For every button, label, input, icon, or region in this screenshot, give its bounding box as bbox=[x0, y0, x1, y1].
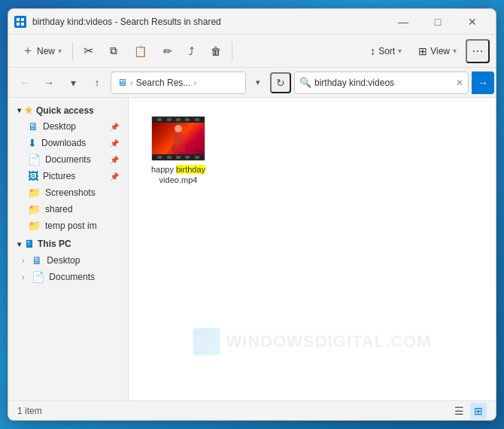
file-area: WINDOWSDIGITAL.COM bbox=[129, 98, 496, 400]
filename-prefix: happy bbox=[151, 165, 176, 174]
copy-icon: ⧉ bbox=[110, 44, 117, 57]
shared-icon: 📁 bbox=[28, 203, 41, 215]
documents-icon: 📄 bbox=[28, 154, 41, 166]
svg-point-4 bbox=[175, 125, 182, 132]
copy-button[interactable]: ⧉ bbox=[102, 39, 125, 63]
path-dropdown-button[interactable]: ▾ bbox=[249, 72, 267, 93]
temppost-icon: 📁 bbox=[28, 220, 41, 232]
grid-view-button[interactable]: ⊞ bbox=[470, 403, 487, 419]
sidebar-thispc-desktop[interactable]: › 🖥 Desktop bbox=[11, 252, 125, 269]
search-box: 🔍 ✕ bbox=[294, 72, 469, 94]
search-icon: 🔍 bbox=[299, 77, 311, 88]
paste-button[interactable]: 📋 bbox=[126, 39, 154, 63]
title-bar: birthday kind:videos - Search Results in… bbox=[8, 9, 496, 35]
desktop-label: Desktop bbox=[43, 121, 76, 132]
screenshots-icon: 📁 bbox=[28, 187, 41, 199]
minimize-button[interactable]: — bbox=[386, 9, 421, 35]
file-thumbnail bbox=[151, 116, 205, 161]
status-bar: 1 item ☰ ⊞ bbox=[8, 400, 496, 420]
maximize-button[interactable]: □ bbox=[421, 9, 455, 35]
downloads-pin-icon: 📌 bbox=[110, 139, 119, 148]
window-icon bbox=[14, 16, 26, 28]
sort-button[interactable]: ↕ Sort ▾ bbox=[363, 39, 409, 63]
sidebar-item-downloads[interactable]: ⬇ Downloads 📌 bbox=[11, 135, 125, 151]
more-button[interactable]: ··· bbox=[466, 39, 490, 63]
svg-rect-1 bbox=[21, 18, 24, 21]
refresh-button[interactable]: ↻ bbox=[270, 72, 291, 93]
sidebar-item-pictures[interactable]: 🖼 Pictures 📌 bbox=[11, 168, 125, 184]
view-button[interactable]: ⊞ View ▾ bbox=[411, 39, 464, 63]
documents-label: Documents bbox=[45, 154, 91, 165]
sidebar-item-screenshots[interactable]: 📁 Screenshots bbox=[11, 184, 125, 201]
view-label: View bbox=[430, 46, 450, 56]
sort-icon: ↕ bbox=[370, 45, 375, 57]
watermark-logo: WINDOWSDIGITAL.COM bbox=[193, 328, 432, 355]
sidebar-item-documents[interactable]: 📄 Documents 📌 bbox=[11, 151, 125, 168]
film-strip-bottom bbox=[152, 154, 205, 160]
sidebar-item-shared[interactable]: 📁 shared bbox=[11, 201, 125, 218]
thispc-chevron-icon: ▾ bbox=[17, 240, 21, 248]
paste-icon: 📋 bbox=[134, 45, 147, 57]
sidebar-thispc-documents[interactable]: › 📄 Documents bbox=[11, 269, 125, 285]
cut-button[interactable]: ✂ bbox=[76, 39, 101, 63]
sidebar-section-thispc: ▾ 🖥 This PC › 🖥 Desktop › 📄 Documents bbox=[8, 236, 128, 285]
list-view-icon: ☰ bbox=[454, 405, 464, 417]
svg-rect-6 bbox=[172, 145, 177, 152]
svg-rect-0 bbox=[17, 18, 20, 21]
thispc-docs-label: Documents bbox=[49, 272, 95, 282]
svg-rect-5 bbox=[173, 132, 184, 145]
grid-view-icon: ⊞ bbox=[474, 405, 483, 417]
new-button[interactable]: ＋ New ▾ bbox=[14, 39, 69, 63]
temppost-label: temp post im bbox=[45, 221, 97, 231]
quickaccess-chevron-icon: ▾ bbox=[17, 106, 21, 114]
shared-label: shared bbox=[45, 204, 73, 214]
sort-chevron-icon: ▾ bbox=[398, 47, 402, 55]
svg-rect-3 bbox=[21, 23, 24, 26]
recent-button[interactable]: ▾ bbox=[62, 72, 83, 93]
path-chevron-right: › bbox=[193, 78, 196, 87]
share-button[interactable]: ⤴ bbox=[181, 39, 202, 63]
sidebar-section-quickaccess: ▾ ★ Quick access 🖥 Desktop 📌 ⬇ Downloads… bbox=[8, 102, 128, 234]
rename-icon: ✏ bbox=[163, 45, 172, 57]
watermark-logo-icon bbox=[193, 328, 220, 355]
delete-button[interactable]: 🗑 bbox=[203, 39, 229, 63]
cut-icon: ✂ bbox=[83, 44, 93, 58]
sidebar-quickaccess-header[interactable]: ▾ ★ Quick access bbox=[11, 102, 125, 118]
up-button[interactable]: ↑ bbox=[87, 72, 108, 93]
documents-pin-icon: 📌 bbox=[110, 156, 119, 164]
sidebar-item-desktop[interactable]: 🖥 Desktop 📌 bbox=[11, 118, 125, 135]
sidebar-item-temppost[interactable]: 📁 temp post im bbox=[11, 218, 125, 234]
search-clear-button[interactable]: ✕ bbox=[456, 78, 463, 88]
view-icon: ⊞ bbox=[418, 45, 427, 57]
rename-button[interactable]: ✏ bbox=[156, 39, 180, 63]
path-label: Search Res... bbox=[136, 78, 191, 88]
back-button[interactable]: ← bbox=[14, 72, 35, 93]
search-input[interactable] bbox=[314, 78, 453, 88]
sidebar: ▾ ★ Quick access 🖥 Desktop 📌 ⬇ Downloads… bbox=[8, 98, 129, 400]
pictures-icon: 🖼 bbox=[28, 170, 38, 182]
thispc-expand-icon: › bbox=[22, 257, 24, 265]
separator-1 bbox=[72, 42, 73, 60]
search-go-button[interactable]: → bbox=[472, 72, 494, 94]
thispc-docs-icon: 📄 bbox=[32, 271, 44, 283]
main-content: ▾ ★ Quick access 🖥 Desktop 📌 ⬇ Downloads… bbox=[8, 98, 496, 400]
close-button[interactable]: ✕ bbox=[455, 9, 490, 35]
path-icon: 🖥 bbox=[117, 77, 127, 88]
forward-button[interactable]: → bbox=[38, 72, 59, 93]
address-path[interactable]: 🖥 › Search Res... › bbox=[111, 72, 246, 94]
file-item[interactable]: happy birthday video.mp4 bbox=[141, 110, 216, 192]
status-view-icons: ☰ ⊞ bbox=[451, 403, 487, 419]
downloads-icon: ⬇ bbox=[28, 137, 37, 149]
sidebar-thispc-header[interactable]: ▾ 🖥 This PC bbox=[11, 236, 125, 252]
view-chevron-icon: ▾ bbox=[453, 47, 457, 55]
thispc-desktop-icon: 🖥 bbox=[32, 254, 42, 266]
desktop-pin-icon: 📌 bbox=[110, 123, 119, 131]
list-view-button[interactable]: ☰ bbox=[451, 403, 467, 419]
sort-label: Sort bbox=[378, 46, 395, 56]
film-figure-svg bbox=[167, 124, 190, 153]
screenshots-label: Screenshots bbox=[45, 187, 96, 198]
path-chevron-left: › bbox=[130, 78, 133, 87]
thispc-docs-expand-icon: › bbox=[22, 273, 24, 281]
new-label: New bbox=[37, 46, 55, 56]
quickaccess-star-icon: ★ bbox=[24, 105, 33, 116]
